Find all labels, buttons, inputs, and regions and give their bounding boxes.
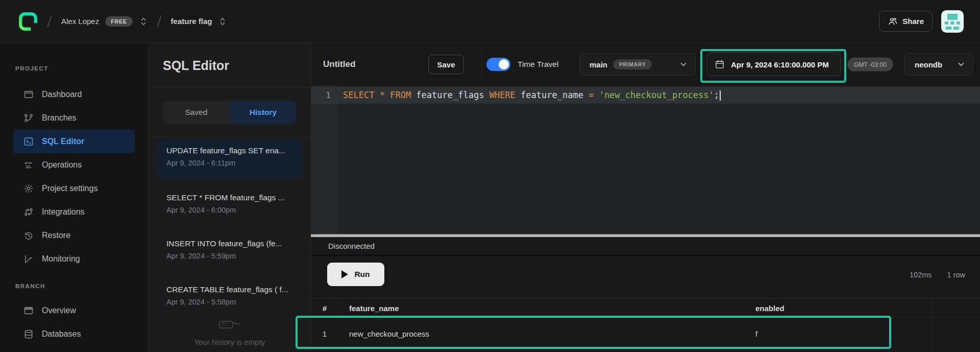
sidebar: PROJECT Dashboard Branches SQL Editor — [0, 43, 148, 352]
timezone-badge: GMT -03:00 — [847, 58, 893, 72]
timestamp-value: Apr 9, 2024 6:10:00.000 PM — [731, 60, 829, 69]
tab-saved[interactable]: Saved — [163, 101, 230, 124]
time-travel-toggle[interactable] — [486, 58, 510, 71]
editor-gutter — [311, 86, 338, 234]
top-bar: Alex Lopez FREE feature flag Share — [0, 0, 980, 43]
document-title[interactable]: Untitled — [323, 59, 355, 69]
sql-code-editor[interactable]: 1 SELECT * FROM feature_flags WHERE feat… — [311, 86, 980, 234]
git-branch-icon — [23, 113, 34, 123]
sidebar-item-label: Dashboard — [42, 90, 82, 99]
neon-logo-icon[interactable] — [18, 12, 38, 31]
sidebar-item-label: Operations — [42, 160, 82, 170]
history-time: Apr 9, 2024 - 6:11pm — [166, 159, 293, 167]
list-checks-icon — [23, 160, 34, 170]
neon-console: Alex Lopez FREE feature flag Share — [0, 0, 980, 352]
history-list: UPDATE feature_flags SET ena... Apr 9, 2… — [149, 137, 311, 352]
breadcrumb-user[interactable]: Alex Lopez — [61, 17, 99, 26]
calendar-icon — [715, 59, 725, 69]
sidebar-item-branches[interactable]: Branches — [13, 106, 135, 130]
run-label: Run — [354, 270, 370, 279]
user-avatar[interactable] — [941, 10, 964, 33]
breadcrumb-slash — [47, 15, 52, 27]
sidebar-item-operations[interactable]: Operations — [13, 153, 135, 177]
user-switcher-chevron-icon[interactable] — [139, 16, 148, 27]
sidebar-item-label: Overview — [42, 306, 76, 315]
save-button[interactable]: Save — [428, 55, 464, 74]
history-empty-state: Your history is empty — [149, 317, 311, 346]
database-icon — [23, 329, 34, 339]
history-time: Apr 9, 2024 - 5:59pm — [166, 252, 293, 260]
history-item[interactable]: CREATE TABLE feature_flags ( f... Apr 9,… — [158, 278, 302, 317]
line-number: 1 — [311, 90, 338, 100]
window-icon — [23, 89, 34, 100]
toolbar-divider — [481, 49, 482, 80]
sidebar-item-label: Project settings — [42, 184, 97, 193]
tab-history[interactable]: History — [230, 101, 297, 124]
sidebar-item-restore[interactable]: Restore — [13, 224, 135, 247]
page-title: SQL Editor — [163, 58, 229, 73]
play-icon — [341, 270, 348, 278]
gear-icon — [23, 183, 34, 194]
empty-box-icon — [218, 317, 241, 333]
row-feature-name: new_checkout_process — [349, 330, 429, 338]
history-query: INSERT INTO feature_flags (fe... — [166, 239, 293, 248]
branch-name: main — [590, 60, 607, 69]
text-cursor — [720, 90, 721, 101]
sidebar-item-label: Databases — [42, 330, 81, 339]
results-table-header: # feature_name enabled — [311, 298, 980, 318]
run-button[interactable]: Run — [327, 263, 384, 286]
history-query: CREATE TABLE feature_flags ( f... — [166, 285, 293, 294]
sidebar-item-sql-editor[interactable]: SQL Editor — [13, 130, 135, 153]
terminal-icon — [23, 136, 34, 147]
column-header-enabled: enabled — [755, 303, 785, 312]
toggle-knob — [499, 59, 509, 69]
query-meta: 102ms 1 row — [910, 271, 965, 279]
row-enabled: f — [755, 330, 757, 338]
results-panel: Disconnected Run 102ms 1 row # feature_n… — [311, 237, 980, 352]
history-item[interactable]: UPDATE feature_flags SET ena... Apr 9, 2… — [158, 139, 302, 178]
history-time: Apr 9, 2024 - 5:58pm — [166, 298, 293, 306]
plan-badge: FREE — [105, 16, 132, 27]
time-travel-label: Time Travel — [518, 60, 558, 69]
column-header-feature-name: feature_name — [349, 303, 399, 312]
sidebar-item-integrations[interactable]: Integrations — [13, 200, 135, 224]
share-button[interactable]: Share — [879, 11, 933, 32]
time-travel-datetime-button[interactable]: Apr 9, 2024 6:10:00.000 PM — [707, 53, 841, 76]
sidebar-item-databases[interactable]: Databases — [13, 322, 135, 346]
users-icon — [888, 16, 898, 27]
history-item[interactable]: INSERT INTO feature_flags (fe... Apr 9, … — [158, 232, 302, 271]
sql-code-line[interactable]: 1 SELECT * FROM feature_flags WHERE feat… — [311, 87, 980, 104]
chart-icon — [23, 254, 34, 264]
chevron-down-icon — [957, 60, 966, 69]
history-empty-text: Your history is empty — [149, 338, 311, 346]
sidebar-item-label: SQL Editor — [42, 137, 84, 146]
history-item[interactable]: SELECT * FROM feature_flags ... Apr 9, 2… — [158, 186, 302, 225]
sidebar-item-label: Monitoring — [42, 254, 80, 264]
sql-statement: SELECT * FROM feature_flags WHERE featur… — [338, 90, 721, 101]
project-switcher-chevron-icon[interactable] — [218, 16, 227, 27]
breadcrumb-project[interactable]: feature flag — [171, 17, 212, 26]
chevron-down-icon — [679, 60, 688, 69]
history-icon — [23, 230, 34, 241]
database-select[interactable]: neondb — [904, 53, 973, 76]
sidebar-item-dashboard[interactable]: Dashboard — [13, 83, 135, 106]
breadcrumb-slash — [157, 15, 161, 27]
editor-toolbar: Untitled Save Time Travel main PRIMARY A… — [311, 43, 980, 86]
panel-header: SQL Editor — [149, 43, 311, 88]
column-header-num: # — [311, 303, 338, 312]
sql-editor-panel: SQL Editor Saved History UPDATE feature_… — [148, 43, 311, 352]
sidebar-section-branch: BRANCH — [15, 283, 45, 293]
query-duration: 102ms — [910, 271, 932, 279]
sidebar-item-project-settings[interactable]: Project settings — [13, 177, 135, 200]
column-divider — [932, 298, 933, 352]
primary-badge: PRIMARY — [613, 59, 652, 69]
sidebar-item-overview[interactable]: Overview — [13, 299, 135, 322]
connection-status: Disconnected — [311, 237, 980, 256]
sidebar-section-project: PROJECT — [15, 65, 48, 76]
row-num: 1 — [311, 330, 338, 338]
sidebar-item-label: Integrations — [42, 207, 85, 217]
saved-history-tabs: Saved History — [163, 101, 297, 124]
column-divider — [338, 298, 338, 352]
branch-select[interactable]: main PRIMARY — [579, 53, 696, 76]
sidebar-item-monitoring[interactable]: Monitoring — [13, 247, 135, 271]
